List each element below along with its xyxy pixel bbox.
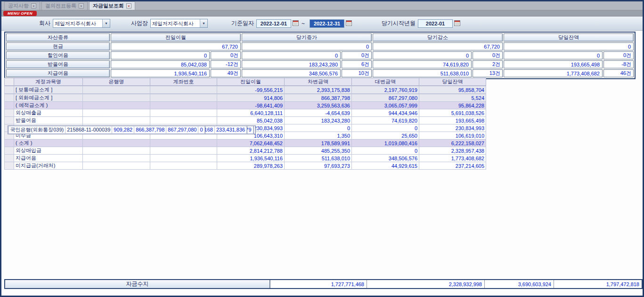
row-selector[interactable] — [5, 162, 14, 170]
close-icon[interactable]: × — [31, 3, 36, 8]
tab-label: 결의전표등록 — [45, 2, 76, 9]
detail-header: 계정과목명 — [14, 78, 83, 86]
row-selector[interactable] — [5, 117, 14, 124]
funds-balance-value: 3,690,603,924 — [484, 280, 554, 288]
detail-header: 은행명 — [83, 78, 150, 86]
summary-amount-cell: 0 — [373, 51, 472, 59]
close-icon[interactable]: × — [79, 3, 84, 8]
row-selector[interactable] — [5, 94, 14, 102]
tab-2[interactable]: 자금일보조회× — [89, 1, 135, 10]
summary-row: 받을어음85,042,038-12건183,243,2806건74,619,82… — [6, 60, 634, 68]
company-select[interactable]: 제일저지주식회사 ▼ — [53, 19, 110, 28]
summary-count-cell: 13건 — [473, 69, 503, 77]
detail-header: 계좌번호 — [150, 78, 217, 86]
cell-row-label: 외상매출금 — [14, 109, 83, 117]
summary-row-label: 지급어음 — [6, 69, 110, 77]
menu-open-button[interactable]: MENU OPEN — [3, 11, 37, 16]
summary-header: 자산종류 — [6, 33, 110, 41]
summary-count-cell: 0건 — [473, 51, 503, 59]
cell-account-number — [150, 140, 217, 147]
calendar-icon[interactable] — [292, 20, 299, 27]
cell-account-number — [150, 117, 217, 124]
summary-count-cell: 46건 — [603, 69, 634, 77]
summary-amount-cell: 0 — [504, 42, 634, 50]
detail-header: 전일이월 — [217, 78, 285, 86]
row-selector[interactable] — [5, 155, 14, 162]
cell-amount: 867,297,080 — [166, 126, 198, 133]
summary-amount-cell: 67,720 — [111, 42, 241, 50]
tab-0[interactable]: 공지사항× — [4, 1, 40, 10]
cell-account-number — [150, 102, 217, 109]
detail-header: 당일잔액 — [419, 78, 486, 86]
menu-strip: MENU OPEN — [1, 10, 643, 16]
cell-account-number — [150, 155, 217, 162]
cell-amount: 1,350 — [285, 132, 352, 140]
cell-amount: 237,214,605 — [419, 162, 486, 170]
cell-bank-name — [83, 162, 150, 170]
summary-amount-cell: 0 — [111, 51, 210, 59]
detail-row: 외상매출금6,640,128,111-4,654,639944,434,9465… — [5, 109, 486, 117]
company-value: 제일저지주식회사 — [53, 19, 102, 27]
app-window: 공지사항×결의전표등록×자금일보조회× MENU OPEN 회사 제일저지주식회… — [0, 0, 644, 297]
cell-amount: 2,814,212,788 — [217, 147, 285, 155]
cell-amount: 1,936,540,116 — [217, 155, 285, 162]
tab-bar: 공지사항×결의전표등록×자금일보조회× — [1, 1, 643, 10]
summary-amount-cell: 348,506,576 — [242, 69, 341, 77]
summary-header: 당기감소 — [373, 33, 503, 41]
cell-amount: 0 — [352, 124, 419, 132]
filter-bar: 회사 제일저지주식회사 ▼ 사업장 제일저지주식회사 ▼ 기준일자 2022-1… — [1, 16, 643, 31]
summary-count-cell: 0건 — [211, 51, 241, 59]
row-selector[interactable] — [5, 140, 14, 147]
cell-amount: 5,524 — [419, 94, 486, 102]
detail-header: 차변금액 — [285, 78, 352, 86]
chevron-down-icon[interactable]: ▼ — [200, 19, 207, 27]
detail-row: ( 소계 )7,062,648,452178,589,9911,019,080,… — [5, 140, 486, 147]
close-icon[interactable]: × — [126, 3, 131, 8]
detail-row: 지급어음1,936,540,116511,638,010348,506,5761… — [5, 155, 486, 162]
calendar-icon[interactable] — [454, 20, 461, 27]
date-from-input[interactable]: 2022-12-01 — [256, 19, 291, 28]
cell-amount: 289,978,263 — [217, 162, 285, 170]
summary-header: 전일이월 — [111, 33, 241, 41]
cell-amount: 95,858,704 — [419, 86, 486, 94]
cell-amount: 511,638,010 — [285, 155, 352, 162]
cell-bank-name — [83, 117, 150, 124]
cell-amount: 0 — [285, 124, 352, 132]
date-to-input[interactable]: 2022-12-31 — [310, 19, 344, 28]
cell-amount: 0 — [198, 126, 204, 133]
funds-balance-value: 1,727,771,468 — [270, 280, 367, 288]
cell-amount: 74,619,820 — [352, 117, 419, 124]
row-selector[interactable] — [5, 147, 14, 155]
detail-row: [ 외화예금소계 ]914,806866,387,798867,297,0805… — [5, 94, 486, 102]
site-select[interactable]: 제일저지주식회사 ▼ — [150, 19, 208, 28]
cell-account-number — [150, 147, 217, 155]
site-label: 사업장 — [131, 19, 148, 27]
summary-row: 현금67,720067,7200 — [6, 42, 634, 50]
tab-label: 공지사항 — [8, 2, 29, 9]
period-start-input[interactable]: 2022-01 — [418, 19, 453, 28]
summary-amount-cell: 183,243,280 — [242, 60, 341, 68]
cell-account-number: 215868-11-000039 — [65, 126, 112, 133]
date-range-separator: ~ — [302, 20, 305, 27]
cell-row-label: 받을어음 — [14, 117, 83, 124]
summary-count-cell: 2건 — [473, 60, 503, 68]
cell-account-number — [150, 162, 217, 170]
row-selector[interactable] — [5, 86, 14, 94]
cell-amount: 106,619,010 — [419, 132, 486, 140]
cell-amount: 85,042,038 — [217, 117, 285, 124]
row-selector[interactable] — [5, 109, 14, 117]
summary-amount-cell: 0 — [504, 51, 603, 59]
row-selector[interactable] — [5, 102, 14, 109]
cell-amount: 866,387,798 — [134, 126, 166, 133]
cell-amount: 230,834,993 — [419, 124, 486, 132]
calendar-icon[interactable] — [345, 20, 352, 27]
tab-1[interactable]: 결의전표등록× — [41, 1, 88, 10]
cell-bank-name — [83, 102, 150, 109]
chevron-down-icon[interactable]: ▼ — [102, 19, 110, 27]
cell-amount: 7,062,648,452 — [217, 140, 285, 147]
summary-row: 할인어음00건00건00건00건 — [6, 51, 634, 59]
cell-amount: 485,255,350 — [285, 147, 352, 155]
detail-row: 미지급금(거래처)289,978,26397,693,27344,929,615… — [5, 162, 486, 170]
summary-count-cell: 10건 — [342, 69, 372, 77]
summary-row-label: 현금 — [6, 42, 110, 50]
